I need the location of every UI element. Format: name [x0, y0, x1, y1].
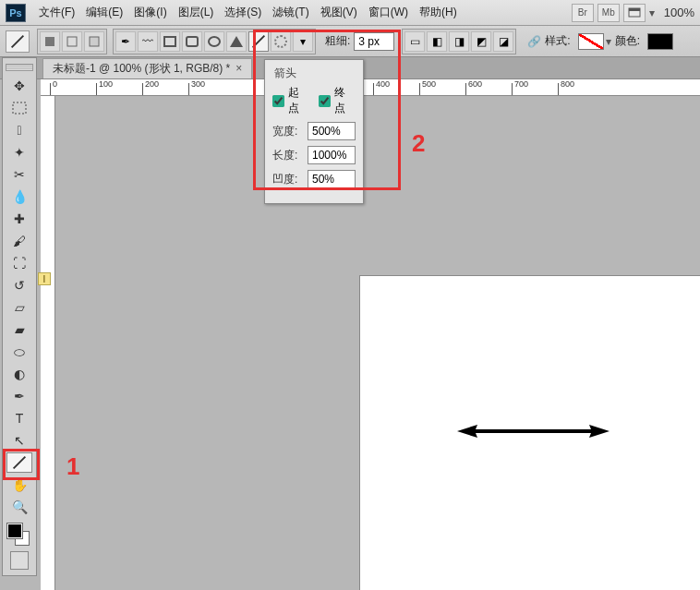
- polygon-icon: [230, 36, 243, 47]
- pathop-subtract-button[interactable]: ◨: [449, 31, 469, 52]
- current-tool-preview[interactable]: [6, 30, 30, 53]
- zoom-tool[interactable]: 🔍: [6, 497, 32, 517]
- shape-layers-icon: [43, 35, 56, 48]
- minibridge-button[interactable]: Mb: [597, 4, 620, 22]
- zoom-readout[interactable]: 100%: [664, 6, 694, 19]
- pen-shape-button[interactable]: ✒: [115, 31, 136, 52]
- link-icon[interactable]: 🔗: [527, 35, 541, 48]
- hand-tool[interactable]: ✋: [6, 475, 32, 495]
- arrow-width-input[interactable]: [308, 122, 356, 140]
- menu-layer[interactable]: 图层(L): [173, 3, 220, 22]
- arrow-length-label: 长度:: [272, 148, 297, 163]
- line-tool[interactable]: [6, 452, 32, 473]
- menu-file[interactable]: 文件(F): [33, 3, 80, 22]
- eyedropper-tool[interactable]: 💧: [6, 187, 32, 207]
- canvas[interactable]: [360, 276, 700, 590]
- path-select-tool[interactable]: ↖: [6, 430, 32, 451]
- history-brush-tool[interactable]: ↺: [6, 275, 32, 295]
- arrow-start-checkbox[interactable]: [272, 95, 284, 107]
- pathop-add-button[interactable]: ◧: [427, 31, 447, 52]
- ellipse-icon: [208, 36, 221, 47]
- dodge-tool[interactable]: ◐: [6, 364, 32, 384]
- document-tab[interactable]: 未标题-1 @ 100% (形状 1, RGB/8) * ×: [42, 58, 252, 78]
- style-label: 样式:: [545, 33, 570, 49]
- pathop-new-button[interactable]: ▭: [404, 31, 425, 52]
- pathop-exclude-button[interactable]: ◪: [493, 31, 513, 52]
- style-picker[interactable]: [578, 33, 604, 50]
- weight-input[interactable]: [354, 32, 394, 51]
- menu-edit[interactable]: 编辑(E): [80, 3, 128, 22]
- eraser-tool[interactable]: ▱: [6, 297, 32, 318]
- horizontal-ruler[interactable]: 0 100 200 300 400 500 600 700 800: [41, 79, 700, 96]
- rect-shape-button[interactable]: [160, 31, 180, 52]
- menu-filter[interactable]: 滤镜(T): [267, 3, 314, 22]
- polygon-shape-button[interactable]: [226, 31, 247, 52]
- shape-layers-button[interactable]: [40, 31, 60, 52]
- ruler-tick: 100: [99, 79, 113, 89]
- bridge-button[interactable]: Br: [572, 4, 594, 22]
- heal-tool[interactable]: ✚: [6, 209, 32, 229]
- stamp-tool[interactable]: ⛶: [6, 253, 32, 273]
- roundrect-icon: [186, 36, 199, 47]
- blur-tool[interactable]: ⬭: [6, 342, 32, 362]
- color-label: 颜色:: [615, 33, 640, 49]
- roundrect-shape-button[interactable]: [182, 31, 202, 52]
- mode-group: [37, 29, 107, 54]
- callout-label-1: 1: [66, 452, 79, 481]
- canvas-viewport[interactable]: [55, 96, 700, 590]
- wand-tool[interactable]: ✦: [6, 142, 32, 163]
- ruler-tick: 400: [376, 79, 390, 89]
- arrow-end-checkbox[interactable]: [319, 95, 331, 107]
- vertical-ruler[interactable]: [41, 96, 55, 590]
- menu-view[interactable]: 视图(V): [315, 3, 363, 22]
- screen-mode-button[interactable]: [623, 4, 646, 22]
- ellipse-shape-button[interactable]: [204, 31, 224, 52]
- marquee-tool[interactable]: [6, 98, 32, 118]
- ruler-tick: 700: [514, 79, 528, 89]
- app-logo: Ps: [6, 4, 26, 22]
- arrow-start-label: 起点: [288, 85, 309, 116]
- screen-icon: [628, 7, 641, 18]
- arrow-length-input[interactable]: [308, 146, 356, 164]
- pathop-intersect-button[interactable]: ◩: [471, 31, 491, 52]
- custom-shape-button[interactable]: [271, 31, 291, 52]
- path-ops-group: ▭ ◧ ◨ ◩ ◪: [402, 29, 516, 54]
- style-dropdown-icon[interactable]: ▾: [606, 35, 611, 48]
- brush-tool[interactable]: 🖌: [6, 231, 32, 251]
- shape-tools-group: ✒ 〰 ▾: [113, 29, 316, 54]
- ruler-tick: 200: [145, 79, 159, 89]
- weight-label: 粗细:: [325, 33, 350, 49]
- lasso-tool[interactable]: 𖠌: [6, 120, 32, 140]
- freeform-pen-button[interactable]: 〰: [138, 31, 158, 52]
- arrowheads-popup: 箭头 起点 终点 宽度: 长度: 凹度:: [264, 59, 364, 204]
- toolbox-grip[interactable]: [6, 64, 33, 71]
- arrow-concave-input[interactable]: [308, 170, 356, 188]
- menu-help[interactable]: 帮助(H): [414, 3, 463, 22]
- svg-rect-5: [13, 102, 26, 114]
- menu-image[interactable]: 图像(I): [128, 3, 172, 22]
- svg-rect-3: [67, 37, 77, 46]
- geometry-options-dropdown[interactable]: ▾: [293, 31, 313, 52]
- options-bar: ✒ 〰 ▾ 粗细: ▭ ◧ ◨ ◩ ◪ 🔗 样式: ▾ 颜色:: [0, 26, 700, 57]
- pen-tool[interactable]: ✒: [6, 386, 32, 406]
- ruler-tick: 500: [422, 79, 436, 89]
- menu-window[interactable]: 窗口(W): [363, 3, 414, 22]
- gear-icon: [274, 35, 287, 48]
- color-swatches[interactable]: [6, 522, 33, 546]
- foreground-color-swatch[interactable]: [7, 524, 22, 538]
- fill-pixels-button[interactable]: [84, 31, 104, 52]
- paths-button[interactable]: [62, 31, 82, 52]
- screen-dropdown-icon[interactable]: ▾: [649, 6, 655, 19]
- line-shape-button[interactable]: [248, 31, 269, 52]
- menu-select[interactable]: 选择(S): [219, 3, 267, 22]
- type-tool[interactable]: T: [6, 408, 32, 428]
- drawn-arrow-shape[interactable]: [457, 424, 609, 439]
- quickmask-button[interactable]: [10, 551, 29, 570]
- crop-tool[interactable]: ✂: [6, 164, 32, 185]
- line-icon: [11, 34, 24, 47]
- callout-label-2: 2: [412, 129, 425, 158]
- gradient-tool[interactable]: ▰: [6, 319, 32, 340]
- close-tab-button[interactable]: ×: [235, 62, 242, 75]
- move-tool[interactable]: ✥: [6, 76, 32, 96]
- color-picker[interactable]: [647, 33, 673, 50]
